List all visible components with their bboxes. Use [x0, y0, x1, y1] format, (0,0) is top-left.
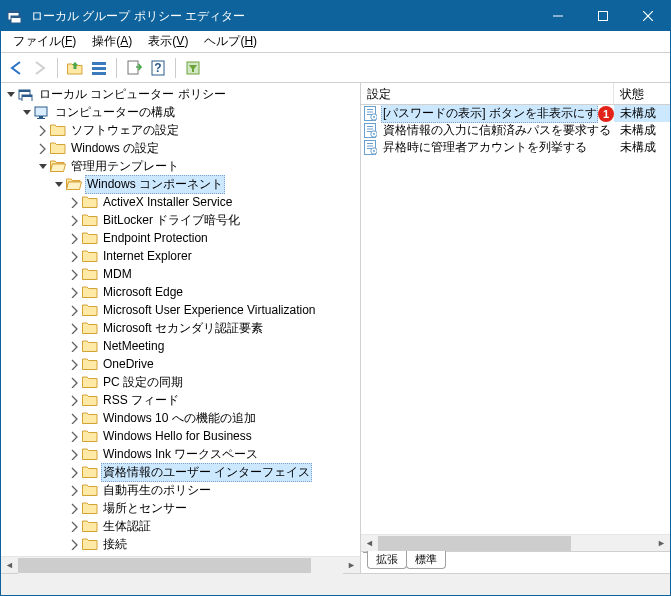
- tree-label: Windows Ink ワークスペース: [101, 446, 260, 463]
- tree-view[interactable]: ローカル コンピューター ポリシーコンピューターの構成ソフトウェアの設定Wind…: [1, 83, 360, 556]
- list-header: 設定 状態: [361, 83, 670, 105]
- expand-icon[interactable]: [67, 195, 82, 210]
- tree-item-19[interactable]: 接続: [1, 535, 360, 553]
- menu-action[interactable]: 操作(A): [84, 31, 140, 52]
- tree-label: コンピューターの構成: [53, 104, 177, 121]
- tree-item-15[interactable]: 資格情報のユーザー インターフェイス: [1, 463, 360, 481]
- policy-row-0[interactable]: [パスワードの表示] ボタンを非表示にする1未構成: [361, 105, 670, 122]
- expand-icon[interactable]: [67, 537, 82, 552]
- tree-windows-components[interactable]: Windows コンポーネント: [1, 175, 360, 193]
- tree-item-18[interactable]: 生体認証: [1, 517, 360, 535]
- right-h-scrollbar[interactable]: ◄ ►: [361, 534, 670, 551]
- policy-row-2[interactable]: 昇格時に管理者アカウントを列挙する未構成: [361, 139, 670, 156]
- tree-item-13[interactable]: Windows Hello for Business: [1, 427, 360, 445]
- expand-icon[interactable]: [67, 285, 82, 300]
- policy-item-icon: [363, 140, 379, 156]
- expand-icon[interactable]: [67, 357, 82, 372]
- collapse-icon[interactable]: [35, 159, 50, 174]
- tree-admin-templates[interactable]: 管理用テンプレート: [1, 157, 360, 175]
- closed-icon: [82, 213, 98, 227]
- column-state[interactable]: 状態: [614, 83, 670, 104]
- tree-item-2[interactable]: Endpoint Protection: [1, 229, 360, 247]
- filter-button[interactable]: [182, 57, 204, 79]
- tree-item-9[interactable]: OneDrive: [1, 355, 360, 373]
- expand-icon[interactable]: [67, 465, 82, 480]
- collapse-icon[interactable]: [3, 87, 18, 102]
- expand-icon[interactable]: [67, 447, 82, 462]
- tree-item-5[interactable]: Microsoft Edge: [1, 283, 360, 301]
- menu-help[interactable]: ヘルプ(H): [196, 31, 265, 52]
- tree-label: ソフトウェアの設定: [69, 122, 181, 139]
- closed-icon: [82, 429, 98, 443]
- tree-item-8[interactable]: NetMeeting: [1, 337, 360, 355]
- collapse-icon[interactable]: [51, 177, 66, 192]
- expand-icon[interactable]: [67, 267, 82, 282]
- closed-icon: [82, 285, 98, 299]
- up-level-button[interactable]: [64, 57, 86, 79]
- tree-item-1[interactable]: BitLocker ドライブ暗号化: [1, 211, 360, 229]
- tree-item-0[interactable]: ActiveX Installer Service: [1, 193, 360, 211]
- expand-icon[interactable]: [67, 411, 82, 426]
- tab-extended[interactable]: 拡張: [367, 551, 407, 569]
- tree-label: Microsoft セカンダリ認証要素: [101, 320, 265, 337]
- tree-computer-config[interactable]: コンピューターの構成: [1, 103, 360, 121]
- closed-icon: [82, 339, 98, 353]
- expand-icon[interactable]: [67, 375, 82, 390]
- tree-item-7[interactable]: Microsoft セカンダリ認証要素: [1, 319, 360, 337]
- policy-row-state: 未構成: [614, 105, 670, 122]
- maximize-button[interactable]: [580, 1, 625, 31]
- expand-icon[interactable]: [67, 429, 82, 444]
- minimize-button[interactable]: [535, 1, 580, 31]
- tree-item-16[interactable]: 自動再生のポリシー: [1, 481, 360, 499]
- expand-icon[interactable]: [35, 141, 50, 156]
- export-button[interactable]: [123, 57, 145, 79]
- tree-label: Windows Hello for Business: [101, 429, 254, 443]
- tree-item-3[interactable]: Internet Explorer: [1, 247, 360, 265]
- forward-button[interactable]: [29, 57, 51, 79]
- left-h-scrollbar[interactable]: ◄ ►: [1, 556, 360, 573]
- expand-icon[interactable]: [67, 339, 82, 354]
- expand-icon[interactable]: [67, 249, 82, 264]
- policy-list[interactable]: [パスワードの表示] ボタンを非表示にする1未構成資格情報の入力に信頼済みパスを…: [361, 105, 670, 534]
- tree-item-6[interactable]: Microsoft User Experience Virtualization: [1, 301, 360, 319]
- expand-icon[interactable]: [67, 321, 82, 336]
- closed-icon: [82, 447, 98, 461]
- expand-icon[interactable]: [67, 213, 82, 228]
- menu-view[interactable]: 表示(V): [140, 31, 196, 52]
- tree-item-14[interactable]: Windows Ink ワークスペース: [1, 445, 360, 463]
- tree-item-11[interactable]: RSS フィード: [1, 391, 360, 409]
- toolbar: [1, 53, 670, 83]
- column-setting[interactable]: 設定: [361, 83, 614, 104]
- tree-root[interactable]: ローカル コンピューター ポリシー: [1, 85, 360, 103]
- expand-icon[interactable]: [67, 483, 82, 498]
- expand-icon[interactable]: [67, 393, 82, 408]
- list-mode-button[interactable]: [88, 57, 110, 79]
- tree-item-10[interactable]: PC 設定の同期: [1, 373, 360, 391]
- tree-label: 場所とセンサー: [101, 500, 189, 517]
- expand-icon[interactable]: [67, 231, 82, 246]
- policy-row-text: 昇格時に管理者アカウントを列挙する: [381, 139, 614, 156]
- expand-icon[interactable]: [67, 501, 82, 516]
- gp-icon: [18, 87, 34, 101]
- expand-icon[interactable]: [35, 123, 50, 138]
- policy-row-1[interactable]: 資格情報の入力に信頼済みパスを要求する未構成: [361, 122, 670, 139]
- tree-item-17[interactable]: 場所とセンサー: [1, 499, 360, 517]
- tree-label: 接続: [101, 536, 129, 553]
- tree-label: Microsoft User Experience Virtualization: [101, 303, 318, 317]
- closed-icon: [82, 249, 98, 263]
- help-button[interactable]: [147, 57, 169, 79]
- svg-rect-21: [598, 12, 607, 21]
- tree-software-settings[interactable]: ソフトウェアの設定: [1, 121, 360, 139]
- tree-windows-settings[interactable]: Windows の設定: [1, 139, 360, 157]
- tab-standard[interactable]: 標準: [406, 551, 446, 569]
- tree-label: 自動再生のポリシー: [101, 482, 213, 499]
- tree-item-4[interactable]: MDM: [1, 265, 360, 283]
- tree-item-12[interactable]: Windows 10 への機能の追加: [1, 409, 360, 427]
- collapse-icon[interactable]: [19, 105, 34, 120]
- close-button[interactable]: [625, 1, 670, 31]
- expand-icon[interactable]: [67, 303, 82, 318]
- menu-file[interactable]: ファイル(F): [5, 31, 84, 52]
- titlebar: ローカル グループ ポリシー エディター: [1, 1, 670, 31]
- back-button[interactable]: [5, 57, 27, 79]
- expand-icon[interactable]: [67, 519, 82, 534]
